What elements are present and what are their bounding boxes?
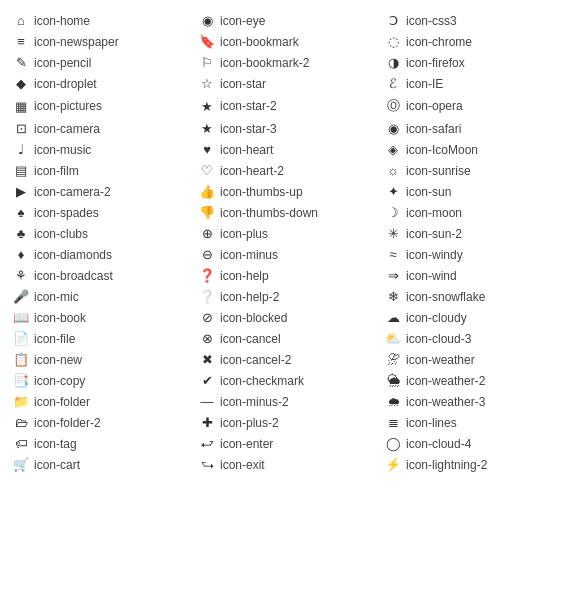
- icon-item-icon-exit: ⮑icon-exit: [194, 454, 380, 475]
- icon-css3-label: icon-css3: [406, 14, 457, 28]
- icon-item-icon-plus-2: ✚icon-plus-2: [194, 412, 380, 433]
- icon-item-icon-wind: ⇒icon-wind: [380, 265, 566, 286]
- icon-blocked-glyph: ⊘: [198, 310, 216, 325]
- icon-sun-2-glyph: ✳: [384, 226, 402, 241]
- icon-lines-label: icon-lines: [406, 416, 457, 430]
- icon-weather-glyph: ⛈: [384, 352, 402, 367]
- icon-enter-glyph: ⮐: [198, 436, 216, 451]
- icon-safari-label: icon-safari: [406, 122, 461, 136]
- icon-opera-glyph: Ⓞ: [384, 97, 402, 115]
- icon-checkmark-glyph: ✔: [198, 373, 216, 388]
- icon-plus-2-label: icon-plus-2: [220, 416, 279, 430]
- icon-droplet-label: icon-droplet: [34, 77, 97, 91]
- icon-item-icon-firefox: ◑icon-firefox: [380, 52, 566, 73]
- icon-item-icon-broadcast: ⚘icon-broadcast: [8, 265, 194, 286]
- icon-snowflake-glyph: ❄: [384, 289, 402, 304]
- icon-item-icon-pencil: ✎icon-pencil: [8, 52, 194, 73]
- icon-star-2-glyph: ★: [198, 99, 216, 114]
- icon-item-icon-spades: ♠icon-spades: [8, 202, 194, 223]
- icon-folder-2-glyph: 🗁: [12, 415, 30, 430]
- icon-item-icon-folder: 📁icon-folder: [8, 391, 194, 412]
- icon-item-icon-help-2: ❔icon-help-2: [194, 286, 380, 307]
- icon-cloudy-glyph: ☁: [384, 310, 402, 325]
- icon-item-icon-thumbs-up: 👍icon-thumbs-up: [194, 181, 380, 202]
- icon-star-glyph: ☆: [198, 76, 216, 91]
- icon-snowflake-label: icon-snowflake: [406, 290, 485, 304]
- icon-item-icon-cloud-3: ⛅icon-cloud-3: [380, 328, 566, 349]
- icon-minus-2-glyph: —: [198, 394, 216, 409]
- icon-droplet-glyph: ◆: [12, 76, 30, 91]
- icon-mic-label: icon-mic: [34, 290, 79, 304]
- icon-plus-label: icon-plus: [220, 227, 268, 241]
- icon-home-glyph: ⌂: [12, 13, 30, 28]
- icon-weather-2-label: icon-weather-2: [406, 374, 485, 388]
- icon-help-2-glyph: ❔: [198, 289, 216, 304]
- icon-spades-label: icon-spades: [34, 206, 99, 220]
- icon-film-label: icon-film: [34, 164, 79, 178]
- icon-item-icon-enter: ⮐icon-enter: [194, 433, 380, 454]
- icon-star-3-label: icon-star-3: [220, 122, 277, 136]
- icon-cloud-4-label: icon-cloud-4: [406, 437, 471, 451]
- icon-windy-glyph: ≈: [384, 247, 402, 262]
- icon-bookmark-glyph: 🔖: [198, 34, 216, 49]
- icon-item-icon-css3: Ↄicon-css3: [380, 10, 566, 31]
- icon-item-icon-heart-2: ♡icon-heart-2: [194, 160, 380, 181]
- icon-item-icon-plus: ⊕icon-plus: [194, 223, 380, 244]
- icon-thumbs-down-label: icon-thumbs-down: [220, 206, 318, 220]
- icon-item-icon-minus-2: —icon-minus-2: [194, 391, 380, 412]
- icon-pencil-label: icon-pencil: [34, 56, 91, 70]
- icon-item-icon-eye: ◉icon-eye: [194, 10, 380, 31]
- icon-item-icon-blocked: ⊘icon-blocked: [194, 307, 380, 328]
- icon-cloud-4-glyph: ◯: [384, 436, 402, 451]
- icon-heart-2-label: icon-heart-2: [220, 164, 284, 178]
- icon-safari-glyph: ◉: [384, 121, 402, 136]
- icon-help-label: icon-help: [220, 269, 269, 283]
- icon-item-icon-music: ♩icon-music: [8, 139, 194, 160]
- icon-item-icon-cancel-2: ✖icon-cancel-2: [194, 349, 380, 370]
- icon-item-icon-droplet: ◆icon-droplet: [8, 73, 194, 94]
- icon-moon-glyph: ☽: [384, 205, 402, 220]
- icon-spades-glyph: ♠: [12, 205, 30, 220]
- icon-folder-glyph: 📁: [12, 394, 30, 409]
- icon-thumbs-up-glyph: 👍: [198, 184, 216, 199]
- icon-pencil-glyph: ✎: [12, 55, 30, 70]
- icon-item-icon-cancel: ⊗icon-cancel: [194, 328, 380, 349]
- icon-sun-glyph: ✦: [384, 184, 402, 199]
- icon-item-icon-mic: 🎤icon-mic: [8, 286, 194, 307]
- icon-moon-label: icon-moon: [406, 206, 462, 220]
- icon-home-label: icon-home: [34, 14, 90, 28]
- icon-grid: ⌂icon-home◉icon-eyeↃicon-css3≡icon-newsp…: [8, 10, 566, 475]
- icon-item-icon-tag: 🏷icon-tag: [8, 433, 194, 454]
- icon-enter-label: icon-enter: [220, 437, 273, 451]
- icon-item-icon-camera: ⊡icon-camera: [8, 118, 194, 139]
- icon-item-icon-bookmark: 🔖icon-bookmark: [194, 31, 380, 52]
- icon-mic-glyph: 🎤: [12, 289, 30, 304]
- icon-item-icon-copy: 📑icon-copy: [8, 370, 194, 391]
- icon-chrome-glyph: ◌: [384, 34, 402, 49]
- icon-opera-label: icon-opera: [406, 99, 463, 113]
- icon-css3-glyph: Ↄ: [384, 13, 402, 28]
- icon-exit-glyph: ⮑: [198, 457, 216, 472]
- icon-item-icon-newspaper: ≡icon-newspaper: [8, 31, 194, 52]
- icon-item-icon-film: ▤icon-film: [8, 160, 194, 181]
- icon-camera-2-label: icon-camera-2: [34, 185, 111, 199]
- icon-item-icon-home: ⌂icon-home: [8, 10, 194, 31]
- icon-IcoMoon-glyph: ◈: [384, 142, 402, 157]
- icon-item-icon-cart: 🛒icon-cart: [8, 454, 194, 475]
- icon-windy-label: icon-windy: [406, 248, 463, 262]
- icon-item-icon-sun: ✦icon-sun: [380, 181, 566, 202]
- icon-diamonds-label: icon-diamonds: [34, 248, 112, 262]
- icon-item-icon-new: 📋icon-new: [8, 349, 194, 370]
- icon-item-icon-star-2: ★icon-star-2: [194, 94, 380, 118]
- icon-item-icon-camera-2: ▶icon-camera-2: [8, 181, 194, 202]
- icon-item-icon-sunrise: ☼icon-sunrise: [380, 160, 566, 181]
- icon-wind-glyph: ⇒: [384, 268, 402, 283]
- icon-help-2-label: icon-help-2: [220, 290, 279, 304]
- icon-bookmark-2-label: icon-bookmark-2: [220, 56, 309, 70]
- icon-tag-label: icon-tag: [34, 437, 77, 451]
- icon-item-icon-moon: ☽icon-moon: [380, 202, 566, 223]
- icon-sunrise-label: icon-sunrise: [406, 164, 471, 178]
- icon-item-icon-bookmark-2: ⚐icon-bookmark-2: [194, 52, 380, 73]
- icon-cancel-2-glyph: ✖: [198, 352, 216, 367]
- icon-item-icon-folder-2: 🗁icon-folder-2: [8, 412, 194, 433]
